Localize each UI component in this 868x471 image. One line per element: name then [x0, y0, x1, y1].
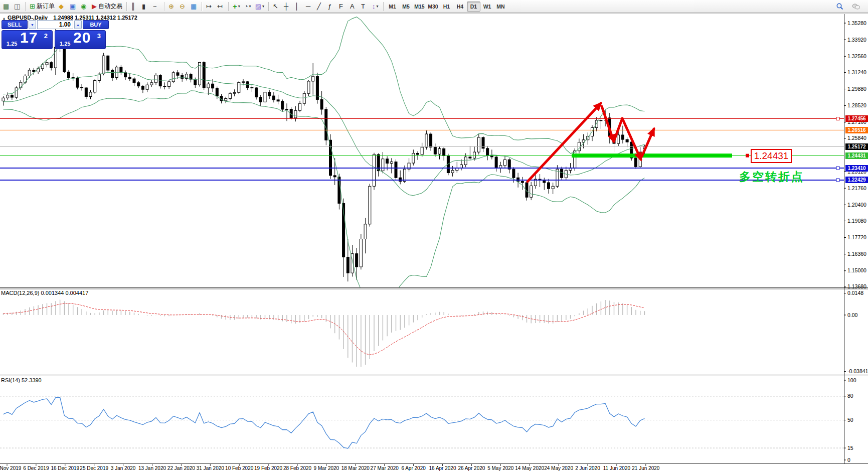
- bid-quote-panel[interactable]: 1.25 17 2: [2, 30, 53, 49]
- date-tick-label: 31 Jan 2020: [197, 465, 224, 471]
- bollinger-band-line: [4, 72, 645, 196]
- new-order-button[interactable]: ⊞新订单: [28, 1, 57, 12]
- candle-body: [504, 160, 506, 166]
- line-handle[interactable]: [836, 167, 839, 170]
- candle-body: [159, 75, 161, 86]
- timeframe-mn-button[interactable]: MN: [494, 2, 507, 12]
- timeframe-m5-button[interactable]: M5: [399, 2, 413, 12]
- price-tick-label: 1.17720: [847, 234, 866, 240]
- candle-body: [434, 147, 436, 154]
- signals-button[interactable]: ◉: [79, 1, 90, 12]
- timeframe-d1-button[interactable]: D1: [467, 2, 480, 12]
- rsi-tick-label: 50: [847, 417, 853, 423]
- search-icon: [836, 3, 844, 11]
- timeframe-w1-button[interactable]: W1: [480, 2, 494, 12]
- candle-body: [591, 127, 594, 136]
- fibonacci-button[interactable]: ƒ: [326, 1, 337, 12]
- price-tick-label: 1.13680: [847, 283, 866, 289]
- trend-arrow[interactable]: [642, 129, 654, 156]
- bollinger-band-line: [4, 91, 645, 299]
- candle-body: [443, 148, 445, 155]
- trendline-button[interactable]: ╱: [315, 1, 326, 12]
- date-tick-label: 22 Jan 2020: [167, 465, 195, 471]
- horizontal-line-button[interactable]: ─: [304, 1, 315, 12]
- periods-button[interactable]: ◔▾: [242, 1, 253, 12]
- add-indicator-button[interactable]: +▾: [231, 1, 242, 12]
- rsi-pane[interactable]: [0, 396, 844, 448]
- chart-bars-button[interactable]: ║: [129, 1, 140, 12]
- ask-price-big: 20: [73, 29, 91, 46]
- vertical-line-button[interactable]: │: [293, 1, 304, 12]
- line-handle[interactable]: [836, 117, 839, 120]
- macd-tick-label: 0.0148: [847, 290, 863, 296]
- buy-button[interactable]: BUY: [83, 20, 109, 29]
- crosshair-button[interactable]: ┼: [282, 1, 293, 12]
- trend-arrow[interactable]: [528, 103, 601, 182]
- zoom-in-button[interactable]: ⊕: [166, 1, 178, 12]
- toolbar-separator: [383, 2, 384, 11]
- new-chart-button[interactable]: ▦: [1, 1, 12, 12]
- timeframe-h4-button[interactable]: H4: [453, 2, 467, 12]
- signals-icon: ◉: [81, 3, 86, 10]
- chart-bars-icon: ║: [131, 3, 135, 10]
- volume-input[interactable]: [37, 20, 73, 29]
- volume-increase-button[interactable]: ▲: [74, 20, 82, 29]
- trend-arrow[interactable]: [602, 106, 614, 141]
- search-button[interactable]: [834, 1, 846, 12]
- date-tick-label: 24 May 2020: [544, 465, 573, 471]
- candle-body: [229, 93, 231, 98]
- chat-button[interactable]: [850, 1, 862, 12]
- price-chart-canvas[interactable]: 1.352801.339201.325601.312401.298801.285…: [0, 14, 868, 471]
- candle-body: [146, 85, 148, 89]
- main-toolbar: ▦◫⊞新订单◆▣◉▶自动交易║▮~⊕⊖▦↦↤+▾◔▾▨▾↖┼│─╱ƒFAT↕▾M…: [0, 0, 868, 13]
- arrows-tool-button[interactable]: ↕▾: [370, 1, 381, 12]
- chart-shift-button[interactable]: ↤: [215, 1, 226, 12]
- price-tick-label: 1.29880: [847, 86, 866, 92]
- candle-body: [128, 77, 131, 79]
- price-level-callout[interactable]: 1.24431: [751, 149, 792, 163]
- sell-button[interactable]: SELL: [2, 20, 28, 29]
- rsi-value: 52.3390: [22, 377, 42, 383]
- autotrading-button[interactable]: ▶自动交易: [90, 1, 124, 12]
- candle-body: [512, 169, 515, 178]
- candle-body: [360, 239, 362, 267]
- candle-body: [194, 79, 197, 85]
- text-tool-button[interactable]: A: [348, 1, 359, 12]
- candle-body: [617, 135, 620, 143]
- templates-button[interactable]: ▨▾: [253, 1, 266, 12]
- zoom-out-button[interactable]: ⊖: [178, 1, 189, 12]
- timeframe-m15-button[interactable]: M15: [413, 2, 426, 12]
- chart-candlesticks-button[interactable]: ▮: [140, 1, 151, 12]
- pivot-note-text[interactable]: 多空转折点: [739, 169, 804, 185]
- candle-body: [15, 88, 18, 97]
- trendline-handle[interactable]: [746, 154, 749, 158]
- macd-pane[interactable]: [4, 300, 645, 367]
- timeframe-m1-button[interactable]: M1: [386, 2, 399, 12]
- price-axis-badge: 1.23410: [845, 165, 868, 172]
- candle-body: [41, 65, 44, 69]
- cursor-button[interactable]: ↖: [271, 1, 282, 12]
- main-price-pane[interactable]: [0, 17, 844, 299]
- timeframe-h1-button[interactable]: H1: [440, 2, 453, 12]
- fibo-channel-button[interactable]: F: [337, 1, 348, 12]
- label-tool-button[interactable]: T: [359, 1, 370, 12]
- market-watch-button[interactable]: ▣: [68, 1, 79, 12]
- chart-line-button[interactable]: ~: [151, 1, 162, 12]
- tile-windows-button[interactable]: ▦: [189, 1, 200, 12]
- price-axis-badge: 1.26516: [845, 127, 868, 133]
- line-handle[interactable]: [836, 179, 839, 182]
- metaeditor-button[interactable]: ◆: [57, 1, 68, 12]
- new-chart-icon: ▦: [3, 3, 9, 10]
- chart-window[interactable]: 1.352801.339201.325601.312401.298801.285…: [0, 14, 868, 471]
- window-magnifier-button[interactable]: ◫: [12, 1, 23, 12]
- auto-scroll-button[interactable]: ↦: [204, 1, 215, 12]
- one-click-trading-panel: SELL ▼ ▲ BUY 1.25 17 2 1.25 20 3: [2, 20, 109, 49]
- price-axis-badge: 1.25172: [845, 143, 868, 150]
- volume-decrease-button[interactable]: ▼: [29, 20, 36, 29]
- price-tick-label: 1.35280: [847, 20, 866, 26]
- price-tick-label: 1.33920: [847, 37, 866, 43]
- ask-quote-panel[interactable]: 1.25 20 3: [55, 30, 106, 49]
- candle-body: [216, 88, 218, 96]
- timeframe-m30-button[interactable]: M30: [426, 2, 440, 12]
- bid-price-prefix: 1.25: [7, 41, 17, 47]
